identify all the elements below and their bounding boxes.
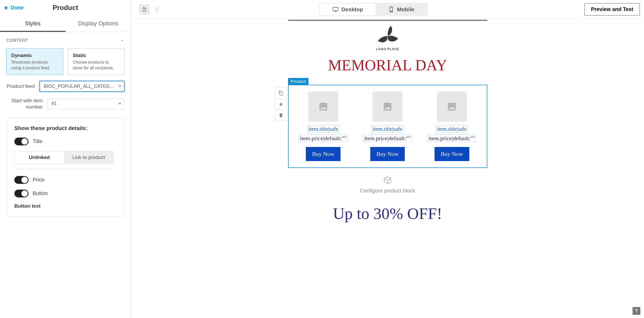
star-icon [278, 102, 284, 107]
card-static[interactable]: Static Choose products to show for all r… [68, 48, 125, 75]
box-icon [383, 176, 393, 185]
preview-and-test-button[interactable]: Preview and Test [584, 3, 640, 15]
buy-now-button[interactable]: Buy Now [370, 147, 405, 161]
product-details-heading: Show these product details: [14, 125, 116, 131]
image-icon [447, 101, 457, 112]
product-feed-value: BIGC_POPULAR_ALL_CATEG... [44, 84, 114, 89]
topbar: Desktop Mobile Preview and Test [131, 0, 644, 19]
buy-now-button[interactable]: Buy Now [435, 147, 469, 161]
configure-product-block[interactable]: Configure product block [288, 168, 487, 202]
product-block[interactable]: item.title|safe item.price|default:"" Bu… [288, 85, 487, 168]
card-dynamic-desc: Showcase products using a product feed. [11, 59, 58, 71]
arrow-left-icon [4, 5, 9, 10]
product-price-placeholder: item.price|default:"" [363, 134, 412, 142]
chevron-down-icon [118, 86, 121, 87]
row-product-feed: Product feed BIGC_POPULAR_ALL_CATEG... [6, 81, 125, 92]
segment-link-to-product[interactable]: Link to product [64, 151, 113, 163]
canvas-wrapper: LOGO PLACE MEMORIAL DAY Product [131, 19, 644, 318]
tab-styles[interactable]: Styles [0, 15, 66, 32]
hero-title: MEMORIAL DAY [288, 55, 487, 78]
viewport-mobile[interactable]: Mobile [376, 4, 427, 15]
history-buttons [139, 4, 162, 15]
product-image-placeholder [308, 92, 338, 122]
mobile-icon [388, 6, 394, 13]
segment-unlinked[interactable]: Unlinked [15, 151, 64, 163]
section-content-header[interactable]: CONTENT [6, 38, 125, 43]
svg-point-1 [321, 104, 322, 105]
trash-icon [278, 113, 284, 118]
product-item: item.title|safe item.price|default:"" Bu… [293, 92, 353, 161]
svg-point-2 [385, 104, 387, 105]
block-favorite-button[interactable] [276, 99, 286, 110]
row-toggle-price: Price [14, 176, 116, 184]
sidebar-title: Product [52, 4, 78, 12]
toggle-title[interactable] [14, 138, 28, 145]
product-price-placeholder: item.price|default:"" [427, 134, 476, 142]
undo-icon [141, 7, 147, 12]
product-block-wrap: Product [288, 85, 487, 168]
card-static-desc: Choose products to show for all recipien… [73, 59, 120, 71]
row-toggle-button: Button [14, 190, 116, 197]
sidebar-header: Done Product [0, 0, 131, 15]
block-duplicate-button[interactable] [276, 88, 286, 99]
product-item: item.title|safe item.price|default:"" Bu… [422, 92, 482, 161]
sidebar-tabs: Styles Display Options [0, 15, 131, 32]
buy-now-button[interactable]: Buy Now [306, 147, 341, 161]
sale-title: Up to 30% OFF! [288, 202, 487, 223]
toggle-button-label: Button [33, 190, 48, 196]
card-dynamic[interactable]: Dynamic Showcase products using a produc… [6, 48, 63, 75]
block-delete-button[interactable] [276, 110, 286, 121]
product-title-placeholder: item.title|safe [436, 125, 468, 133]
divider [14, 169, 114, 169]
content-mode-cards: Dynamic Showcase products using a produc… [6, 48, 125, 75]
image-icon [318, 101, 329, 112]
section-content-label: CONTENT [6, 38, 28, 43]
chevron-up-icon [120, 38, 125, 43]
main-area: Desktop Mobile Preview and Test LOGO PLA… [131, 0, 644, 318]
logo-icon [377, 25, 399, 45]
toggle-button[interactable] [14, 190, 28, 197]
redo-button[interactable] [152, 4, 162, 15]
help-icon: ? [635, 309, 638, 313]
start-item-select[interactable]: #1 [48, 98, 125, 109]
redo-icon [154, 7, 160, 12]
email-canvas: LOGO PLACE MEMORIAL DAY Product [288, 20, 487, 318]
product-item: item.title|safe item.price|default:"" Bu… [358, 92, 418, 161]
tab-display-options[interactable]: Display Options [66, 15, 131, 32]
block-toolbar [275, 87, 287, 121]
help-button[interactable]: ? [633, 307, 640, 315]
product-title-placeholder: item.title|safe [371, 125, 403, 133]
card-static-title: Static [73, 53, 120, 58]
toggle-price[interactable] [14, 176, 28, 184]
viewport-mobile-label: Mobile [397, 6, 414, 13]
product-price-placeholder: item.price|default:"" [299, 134, 348, 142]
svg-point-3 [449, 104, 451, 105]
done-button[interactable]: Done [4, 5, 24, 11]
logo-area: LOGO PLACE [288, 21, 487, 55]
start-item-value: #1 [51, 101, 57, 106]
desktop-icon [332, 6, 339, 13]
undo-button[interactable] [139, 4, 149, 15]
product-title-placeholder: item.title|safe [307, 125, 339, 133]
duplicate-icon [278, 90, 284, 96]
product-image-placeholder [437, 92, 467, 122]
product-details-box: Show these product details: Title Unlink… [6, 117, 125, 217]
product-feed-select-wrapper: BIGC_POPULAR_ALL_CATEG... [39, 81, 125, 92]
row-toggle-title: Title [14, 138, 116, 145]
button-text-label: Button text [14, 203, 116, 209]
card-dynamic-title: Dynamic [11, 53, 58, 58]
product-feed-select[interactable]: BIGC_POPULAR_ALL_CATEG... [39, 81, 125, 92]
toggle-price-label: Price [33, 177, 45, 183]
product-feed-label: Product feed [6, 83, 35, 89]
title-link-segmented: Unlinked Link to product [14, 151, 114, 164]
product-image-placeholder [372, 92, 402, 122]
done-label: Done [10, 5, 24, 11]
toggle-title-label: Title [33, 138, 42, 144]
sidebar: Done Product Styles Display Options CONT… [0, 0, 131, 318]
chevron-down-icon [118, 103, 121, 105]
logo-text: LOGO PLACE [288, 47, 487, 51]
viewport-desktop[interactable]: Desktop [320, 4, 376, 15]
start-item-select-wrapper: #1 [48, 98, 125, 109]
viewport-toggle: Desktop Mobile [319, 3, 428, 16]
viewport-desktop-label: Desktop [341, 6, 363, 13]
